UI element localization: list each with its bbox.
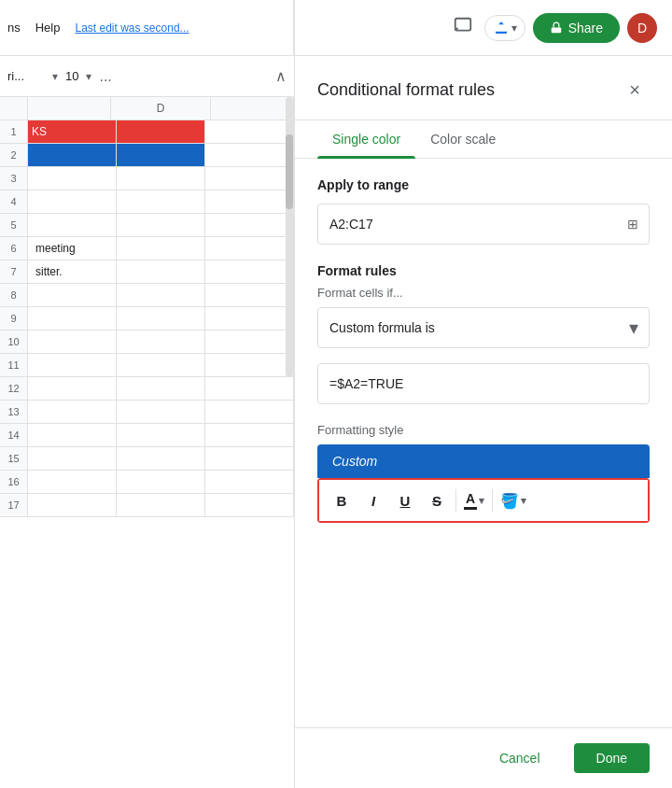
cancel-button[interactable]: Cancel: [477, 743, 563, 773]
fill-color-icon: 🪣: [500, 492, 519, 510]
present-button[interactable]: ▾: [484, 15, 525, 41]
table-row: 7 sitter.: [0, 260, 294, 284]
cell-b1[interactable]: KS: [28, 120, 117, 143]
range-input-wrapper: ⊞: [317, 204, 650, 245]
format-toolbar-container: B I U S A ▾ 🪣 ▾: [317, 478, 650, 523]
top-bar: ns Help Last edit was second...: [0, 0, 293, 56]
avatar[interactable]: D: [627, 13, 657, 43]
table-row: 5: [0, 214, 294, 237]
col-header-e: [211, 97, 294, 120]
row-num-header: [0, 97, 28, 120]
collapse-button[interactable]: ∧: [275, 67, 287, 85]
spreadsheet-area: ns Help Last edit was second... ri... ▾ …: [0, 0, 294, 788]
table-row: 13: [0, 401, 294, 424]
table-row: 16: [0, 471, 294, 494]
format-cells-if-label: Format cells if...: [317, 286, 650, 300]
dropdown-arrow-icon: ▾: [511, 21, 517, 35]
bold-button[interactable]: B: [327, 485, 357, 515]
close-panel-button[interactable]: ×: [620, 75, 650, 105]
font-color-bar: [464, 507, 477, 510]
done-button[interactable]: Done: [574, 743, 650, 773]
col-header-b: [28, 97, 111, 120]
underline-button[interactable]: U: [390, 485, 420, 515]
table-row: 11: [0, 354, 294, 377]
format-condition-dropdown[interactable]: Custom formula is: [317, 307, 650, 348]
cell-d1[interactable]: [117, 120, 205, 143]
scrollbar-thumb[interactable]: [286, 134, 293, 209]
font-color-button[interactable]: A ▾: [460, 487, 488, 514]
table-row: 12: [0, 377, 294, 401]
last-edit-link[interactable]: Last edit was second...: [75, 21, 189, 35]
menu-ns[interactable]: ns: [7, 21, 21, 35]
comment-button[interactable]: [449, 12, 477, 43]
conditional-format-panel: Conditional format rules × Single color …: [294, 0, 672, 788]
panel-title: Conditional format rules: [317, 80, 495, 100]
panel-tabs: Single color Color scale: [295, 120, 672, 159]
vertical-scrollbar[interactable]: [286, 97, 293, 377]
font-color-arrow-icon: ▾: [479, 495, 484, 507]
svg-rect-1: [551, 27, 561, 33]
cell-d2[interactable]: [117, 144, 205, 166]
row-num-1: 1: [0, 120, 28, 143]
format-rules-label: Format rules: [317, 263, 650, 278]
table-row: 8: [0, 284, 294, 307]
spreadsheet-grid: D 1 KS 2 3 4 5: [0, 97, 294, 788]
cell-b2[interactable]: [28, 144, 117, 166]
cell-b1-text: KS: [32, 125, 47, 138]
share-button[interactable]: Share: [533, 13, 620, 43]
italic-button[interactable]: I: [358, 485, 388, 515]
strikethrough-button[interactable]: S: [422, 485, 452, 515]
menu-help[interactable]: Help: [35, 21, 61, 35]
more-options-button[interactable]: ...: [99, 68, 111, 85]
font-size-display[interactable]: 10: [65, 69, 78, 83]
select-range-icon[interactable]: ⊞: [627, 217, 638, 232]
formula-bar: ri... ▾ 10 ▾ ... ∧: [0, 56, 294, 97]
panel-content: Apply to range ⊞ Format rules Format cel…: [295, 159, 672, 727]
range-input[interactable]: [317, 204, 650, 245]
format-condition-dropdown-wrapper: Custom formula is ▾: [317, 307, 650, 348]
table-row: 15: [0, 447, 294, 471]
table-row: 2: [0, 144, 294, 167]
toolbar-divider: [455, 489, 456, 512]
table-row: 1 KS: [0, 120, 294, 144]
formatting-style-label: Formatting style: [317, 423, 650, 437]
share-label: Share: [568, 21, 603, 35]
table-row: 9: [0, 307, 294, 331]
table-row: 6 meeting: [0, 237, 294, 260]
format-toolbar: B I U S A ▾ 🪣 ▾: [319, 480, 648, 521]
tab-color-scale[interactable]: Color scale: [415, 120, 511, 158]
table-row: 17: [0, 494, 294, 517]
fill-color-button[interactable]: 🪣 ▾: [497, 488, 530, 514]
cell-e1[interactable]: [205, 120, 294, 143]
panel-action-buttons: Cancel Done: [295, 727, 672, 788]
table-row: 10: [0, 331, 294, 354]
table-row: 4: [0, 190, 294, 214]
table-row: 3: [0, 167, 294, 190]
toolbar-divider-2: [492, 489, 493, 512]
fill-color-arrow-icon: ▾: [521, 495, 526, 507]
panel-header: Conditional format rules ×: [295, 56, 672, 120]
menu-bar: ns Help Last edit was second...: [0, 21, 189, 35]
grid-header: D: [0, 97, 294, 120]
tab-single-color[interactable]: Single color: [317, 120, 415, 158]
global-topbar: ▾ Share D: [295, 0, 672, 56]
formula-input[interactable]: [317, 363, 650, 404]
table-row: 14: [0, 424, 294, 447]
row-num-2: 2: [0, 144, 28, 166]
custom-style-bar[interactable]: Custom: [317, 444, 650, 478]
cell-e2[interactable]: [205, 144, 294, 166]
cell-reference[interactable]: ri...: [7, 69, 45, 83]
apply-to-range-label: Apply to range: [317, 177, 650, 192]
col-header-d: D: [111, 97, 211, 120]
font-color-label: A: [466, 491, 475, 506]
